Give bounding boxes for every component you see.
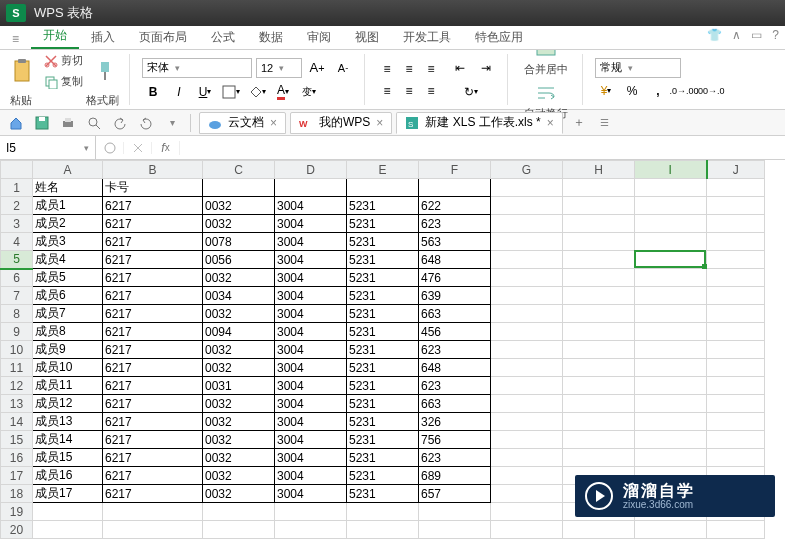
cell-H6[interactable] [563,269,635,287]
cell-C6[interactable]: 0032 [203,269,275,287]
cell-B12[interactable]: 6217 [103,377,203,395]
decrease-indent-button[interactable]: ⇤ [449,57,471,79]
cell-D10[interactable]: 3004 [275,341,347,359]
decrease-decimal-button[interactable]: .00→.0 [699,80,721,102]
cell-C12[interactable]: 0031 [203,377,275,395]
cell-H4[interactable] [563,233,635,251]
document-tab[interactable]: 云文档× [199,112,286,134]
cell-G16[interactable] [491,449,563,467]
font-size-combo[interactable]: 12▾ [256,58,302,78]
cell-I6[interactable] [635,269,707,287]
cell-E8[interactable]: 5231 [347,305,419,323]
close-tab-icon[interactable]: × [547,116,554,130]
align-top-right-button[interactable]: ≡ [421,59,441,79]
cell-B9[interactable]: 6217 [103,323,203,341]
cell-C11[interactable]: 0032 [203,359,275,377]
cell-F11[interactable]: 648 [419,359,491,377]
cell-A10[interactable]: 成员9 [33,341,103,359]
cell-G19[interactable] [491,503,563,521]
cell-F13[interactable]: 663 [419,395,491,413]
format-painter-button[interactable] [91,58,119,84]
cell-G3[interactable] [491,215,563,233]
save-icon[interactable] [32,113,52,133]
cell-H7[interactable] [563,287,635,305]
row-header-9[interactable]: 9 [1,323,33,341]
cell-E4[interactable]: 5231 [347,233,419,251]
cut-button[interactable]: 剪切 [40,51,87,70]
row-header-7[interactable]: 7 [1,287,33,305]
align-top-center-button[interactable]: ≡ [399,59,419,79]
cell-B1[interactable]: 卡号 [103,179,203,197]
cell-F20[interactable] [419,521,491,539]
cell-J14[interactable] [707,413,765,431]
cell-J7[interactable] [707,287,765,305]
cell-C2[interactable]: 0032 [203,197,275,215]
cell-D9[interactable]: 3004 [275,323,347,341]
cell-E19[interactable] [347,503,419,521]
cell-B11[interactable]: 6217 [103,359,203,377]
cell-J13[interactable] [707,395,765,413]
cell-D12[interactable]: 3004 [275,377,347,395]
menu-tab-视图[interactable]: 视图 [343,25,391,49]
cell-J11[interactable] [707,359,765,377]
percent-button[interactable]: % [621,80,643,102]
cell-F1[interactable] [419,179,491,197]
cell-H15[interactable] [563,431,635,449]
name-box[interactable]: I5 ▾ [0,136,96,159]
increase-decimal-button[interactable]: .0→.00 [673,80,695,102]
cell-A11[interactable]: 成员10 [33,359,103,377]
cell-A17[interactable]: 成员16 [33,467,103,485]
cell-H10[interactable] [563,341,635,359]
cell-D5[interactable]: 3004 [275,251,347,269]
border-button[interactable]: ▾ [220,81,242,103]
cell-C8[interactable]: 0032 [203,305,275,323]
column-header-J[interactable]: J [707,161,765,179]
cell-B7[interactable]: 6217 [103,287,203,305]
settings-icon[interactable]: ▭ [751,28,762,42]
cell-H3[interactable] [563,215,635,233]
cell-F9[interactable]: 456 [419,323,491,341]
cell-J5[interactable] [707,251,765,269]
cell-G6[interactable] [491,269,563,287]
column-header-F[interactable]: F [419,161,491,179]
cell-J6[interactable] [707,269,765,287]
cell-J12[interactable] [707,377,765,395]
document-tab[interactable]: W我的WPS× [290,112,392,134]
cell-I7[interactable] [635,287,707,305]
cell-I16[interactable] [635,449,707,467]
menu-tab-公式[interactable]: 公式 [199,25,247,49]
row-header-19[interactable]: 19 [1,503,33,521]
minimize-ribbon-icon[interactable]: ∧ [732,28,741,42]
cell-A4[interactable]: 成员3 [33,233,103,251]
cell-B10[interactable]: 6217 [103,341,203,359]
underline-button[interactable]: U▾ [194,81,216,103]
cell-E9[interactable]: 5231 [347,323,419,341]
cell-J3[interactable] [707,215,765,233]
row-header-1[interactable]: 1 [1,179,33,197]
cell-I4[interactable] [635,233,707,251]
cell-D17[interactable]: 3004 [275,467,347,485]
menu-tab-开发工具[interactable]: 开发工具 [391,25,463,49]
cell-I12[interactable] [635,377,707,395]
column-header-B[interactable]: B [103,161,203,179]
menu-tab-页面布局[interactable]: 页面布局 [127,25,199,49]
cell-I5[interactable] [635,251,707,269]
cell-C3[interactable]: 0032 [203,215,275,233]
cell-J4[interactable] [707,233,765,251]
cell-G4[interactable] [491,233,563,251]
cell-B6[interactable]: 6217 [103,269,203,287]
phonetic-guide-button[interactable]: 变▾ [298,81,320,103]
cell-G18[interactable] [491,485,563,503]
cell-E17[interactable]: 5231 [347,467,419,485]
font-color-button[interactable]: A▾ [272,81,294,103]
cell-D18[interactable]: 3004 [275,485,347,503]
cell-C19[interactable] [203,503,275,521]
new-tab-button[interactable]: ＋ [569,113,589,133]
comma-style-button[interactable]: , [647,80,669,102]
cell-D2[interactable]: 3004 [275,197,347,215]
cell-A16[interactable]: 成员15 [33,449,103,467]
document-tab[interactable]: S新建 XLS 工作表.xls *× [396,112,562,134]
cell-C7[interactable]: 0034 [203,287,275,305]
cell-J10[interactable] [707,341,765,359]
row-header-6[interactable]: 6 [1,269,33,287]
